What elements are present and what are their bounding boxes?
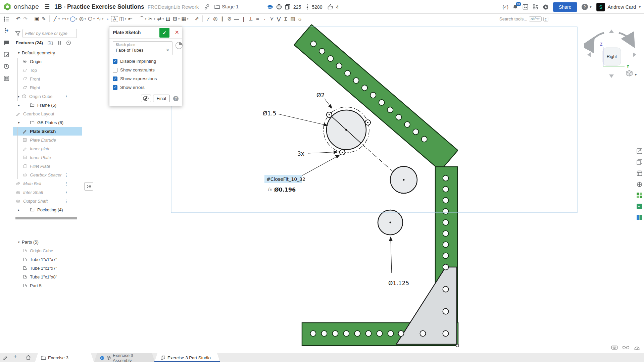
feature-row[interactable]: Inner Plate [13, 153, 82, 162]
chevron-down-icon[interactable]: ▾ [178, 17, 180, 20]
rotate-down-arrow[interactable] [609, 74, 614, 78]
pulley-circle[interactable] [378, 210, 403, 235]
show-errors-checkbox[interactable] [113, 85, 117, 90]
add-tab-button[interactable]: + [13, 354, 17, 361]
chevron-down-icon[interactable]: ▾ [85, 17, 86, 20]
edit-tabs-icon[interactable] [2, 355, 8, 360]
dim-lower-circle[interactable]: Ø1.125 [388, 280, 409, 287]
cancel-icon[interactable]: ✕ [175, 29, 179, 36]
coincident-constraint-icon[interactable]: ∕ [205, 16, 212, 22]
chevron-right-icon[interactable]: ▸ [16, 95, 22, 98]
chevron-down-icon[interactable]: ▾ [145, 17, 146, 20]
center-circle-tool-icon[interactable]: ◎ [78, 16, 85, 22]
feature-list-toggle[interactable] [0, 14, 13, 24]
sketch-mode-button[interactable] [141, 95, 151, 102]
sketch-endpoint[interactable] [456, 344, 459, 347]
thumbs-up-icon[interactable] [328, 4, 333, 10]
feature-row[interactable]: ▾Parts (5) [13, 238, 82, 246]
rollback-bar[interactable] [15, 217, 77, 219]
feature-row[interactable]: Tube 1"x1"x8" [13, 272, 82, 281]
public-globe-icon[interactable] [276, 4, 282, 10]
circle-tool-icon[interactable]: ◯ [69, 16, 76, 22]
rotate-up-arrow[interactable] [609, 30, 614, 33]
onshape-logo[interactable]: onshape [3, 3, 39, 11]
feature-row[interactable]: Tube 1"x1"x7" [13, 264, 82, 272]
show-expressions-checkbox[interactable] [113, 76, 117, 81]
filter-input[interactable]: Filter by name or type [22, 29, 77, 38]
rollback-clock-icon[interactable] [66, 40, 71, 45]
suppressed-dots-icon[interactable]: ⋮ [64, 181, 68, 186]
dimension-list-flyout-button[interactable] [84, 182, 93, 191]
hamburger-menu-icon[interactable]: ☰ [44, 3, 50, 10]
dialog-help-icon[interactable]: ? [173, 96, 179, 101]
tangent-constraint-icon[interactable]: ⊘ [226, 16, 233, 22]
right-panel-button-6[interactable] [635, 202, 643, 210]
offset-tool-icon[interactable]: ⇤ [127, 16, 134, 22]
versions-icon[interactable] [4, 28, 9, 34]
variables-check-icon[interactable]: {✓} [503, 4, 508, 9]
pattern-grid-icon[interactable]: ⊞ [171, 16, 179, 22]
normal-to-icon[interactable]: ☼ [296, 16, 303, 22]
idler-circle[interactable] [390, 166, 417, 193]
suppressed-dots-icon[interactable]: ⋮ [64, 190, 68, 195]
tab-exercise-3-assembly[interactable]: Exercise 3 Assembly [94, 353, 155, 362]
symmetric-constraint-icon[interactable]: ⋎ [268, 16, 275, 22]
chevron-down-icon[interactable]: ▾ [76, 17, 77, 20]
feature-row[interactable]: Part 5 [13, 281, 82, 290]
transform-tool-icon[interactable]: ⇄ [156, 16, 163, 22]
dim-bore[interactable]: Ø1.5 [263, 110, 276, 117]
text-tool-icon[interactable]: A [111, 16, 118, 21]
learning-cap-icon[interactable] [267, 4, 273, 10]
redo-icon[interactable]: ↷ [22, 16, 29, 22]
rotate-ccw-arrow[interactable] [591, 33, 604, 42]
feature-row[interactable]: Top [13, 66, 82, 74]
feature-row[interactable]: Front [13, 74, 82, 83]
dim-bolt-circle[interactable]: Ø2 [316, 92, 325, 99]
import-dxf-icon[interactable]: ▦ [180, 16, 187, 22]
feature-row[interactable]: Fillet Plate [13, 162, 82, 170]
tasks-checklist-icon[interactable] [523, 4, 528, 10]
right-panel-button-4[interactable] [635, 180, 643, 188]
bom-list-icon[interactable] [4, 75, 9, 81]
feature-row[interactable]: Origin [13, 57, 82, 66]
perpendicular-constraint-icon[interactable]: ⊥ [247, 16, 254, 22]
trim-tool-icon[interactable]: ✂ [147, 16, 154, 22]
equal-constraint-icon[interactable]: = [254, 16, 261, 22]
chevron-down-icon[interactable]: ▾ [102, 17, 103, 20]
chevron-right-icon[interactable]: ▸ [16, 103, 22, 107]
rotate-right-arrow[interactable] [633, 52, 636, 57]
concentric-constraint-icon[interactable]: ◎ [212, 16, 219, 22]
chevron-down-icon[interactable]: ▾ [67, 17, 68, 20]
vertical-constraint-icon[interactable]: | [240, 16, 247, 22]
view-cube[interactable]: Right Z Y ▼ [584, 27, 641, 84]
stage-folder[interactable]: Stage 1 [214, 4, 239, 9]
ai-assistant-icon[interactable] [543, 4, 549, 10]
rotate-cw-arrow[interactable] [619, 33, 632, 42]
inspect-tool-icon[interactable]: ⇗ [193, 16, 200, 22]
right-panel-button-1[interactable] [635, 147, 643, 155]
curvature-constraint-icon[interactable]: ⋁ [275, 16, 282, 22]
document-notes-icon[interactable] [4, 52, 9, 57]
tab-exercise-3-part-studio[interactable]: Exercise 3 Part Studio [154, 353, 220, 362]
parallel-constraint-icon[interactable]: ∥ [219, 16, 226, 22]
chevron-down-icon[interactable]: ▾ [187, 17, 188, 20]
feature-row[interactable]: ▾Default geometry [13, 48, 82, 57]
feature-row[interactable]: ▸Origin Cube⋮ [13, 92, 82, 101]
app-store-grid-icon[interactable] [533, 4, 538, 10]
feature-row[interactable]: ▾GB Plates (6) [13, 118, 82, 127]
chevron-down-icon[interactable]: ▾ [16, 121, 22, 124]
help-menu[interactable]: ? ▼ [582, 4, 592, 10]
mirror-tool-icon[interactable]: ◫ [118, 16, 125, 22]
home-tab-icon[interactable] [26, 355, 31, 360]
variables-sigma-icon[interactable]: Σ [282, 16, 289, 22]
right-panel-button-3[interactable] [635, 169, 643, 177]
render-quality-icon[interactable] [611, 345, 618, 350]
document-title[interactable]: 1B - Practice Exercise Solutions [54, 3, 144, 10]
fillet-tool-icon[interactable]: ⌒ [138, 16, 145, 22]
rectangle-tool-icon[interactable]: ▭ [60, 16, 67, 22]
accept-button[interactable]: ✓ [159, 28, 169, 38]
view-mode-cube-icon[interactable]: ▼ [626, 70, 637, 76]
tab-exercise-3[interactable]: Exercise 3 [35, 353, 94, 362]
filter-funnel-icon[interactable] [15, 31, 20, 36]
user-menu[interactable]: S Andrew Card ▼ [596, 3, 641, 11]
